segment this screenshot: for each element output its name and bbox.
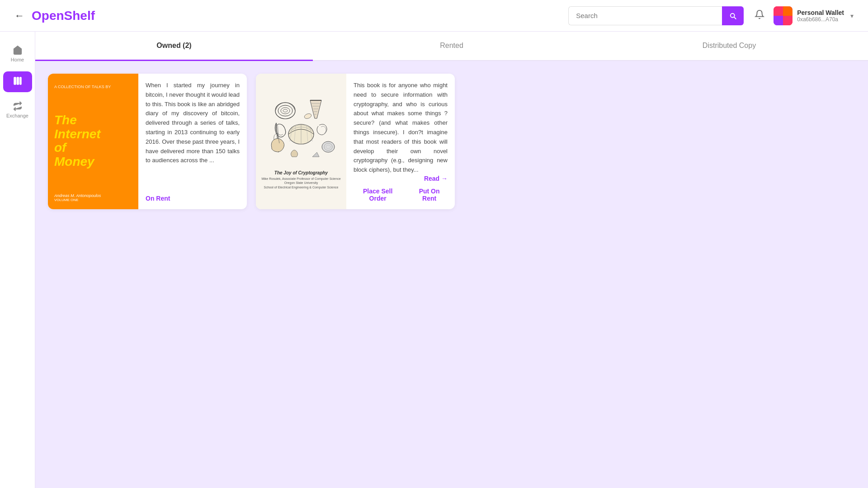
place-sell-order-button[interactable]: Place Sell Order xyxy=(354,188,402,202)
book-cover-2: The Joy of Cryptography Mike Rosulek, As… xyxy=(256,74,346,209)
tab-distributed[interactable]: Distributed Copy xyxy=(590,32,868,61)
sidebar-item-home-label: Home xyxy=(11,57,24,62)
tab-owned[interactable]: Owned (2) xyxy=(35,32,313,61)
book-info-1: When I started my journey in bitcoin, I … xyxy=(138,74,247,209)
wallet-area[interactable]: Personal Wallet 0xa6b686...A70a ▾ xyxy=(774,6,854,25)
book-card-1: A COLLECTION OF TALKS BY The Internet of… xyxy=(48,74,247,209)
library-icon xyxy=(13,76,23,86)
search-input[interactable] xyxy=(568,6,722,25)
sidebar-item-exchange-label: Exchange xyxy=(6,113,28,118)
sidebar-item-exchange[interactable]: Exchange xyxy=(3,97,32,123)
search-icon xyxy=(729,12,737,20)
sidebar-item-library[interactable] xyxy=(3,71,32,92)
tab-rented[interactable]: Rented xyxy=(313,32,590,61)
book-card-2: The Joy of Cryptography Mike Rosulek, As… xyxy=(256,74,455,209)
books-container: A COLLECTION OF TALKS BY The Internet of… xyxy=(35,61,868,222)
wallet-avatar xyxy=(774,6,793,25)
search-container xyxy=(568,6,744,25)
book-description-1: When I started my journey in bitcoin, I … xyxy=(146,81,240,165)
svg-rect-0 xyxy=(14,77,16,85)
book-cover-title-2: The Joy of Cryptography xyxy=(261,170,341,175)
svg-point-19 xyxy=(322,141,335,152)
book-author-area-1: Andreas M. Antonopoulos VOLUME ONE xyxy=(54,193,132,202)
book-subtitle-1: A COLLECTION OF TALKS BY xyxy=(54,81,132,89)
seashells-illustration xyxy=(265,94,337,166)
sidebar-item-home[interactable]: Home xyxy=(3,41,32,67)
book-description-2: This book is for anyone who might need t… xyxy=(354,81,448,175)
logo: OpenShelf xyxy=(32,9,95,23)
book-volume-1: VOLUME ONE xyxy=(54,198,132,202)
bell-icon xyxy=(755,9,764,19)
sidebar: Home Exchange xyxy=(0,32,35,488)
search-button[interactable] xyxy=(722,6,744,25)
notification-button[interactable] xyxy=(755,9,764,22)
book-collection-label: A COLLECTION OF TALKS BY xyxy=(54,84,132,89)
home-icon xyxy=(13,45,23,55)
chevron-down-icon: ▾ xyxy=(850,12,854,19)
book-status-1: On Rent xyxy=(146,195,240,202)
tabs-bar: Owned (2) Rented Distributed Copy xyxy=(35,32,868,61)
back-button[interactable]: ← xyxy=(14,10,24,22)
book-cover-2-content: The Joy of Cryptography Mike Rosulek, As… xyxy=(261,94,341,189)
header: ← OpenShelf Personal Wallet 0xa6b686...A… xyxy=(0,0,868,32)
wallet-info: Personal Wallet 0xa6b686...A70a xyxy=(797,9,844,23)
book-info-2: This book is for anyone who might need t… xyxy=(346,74,455,209)
wallet-name: Personal Wallet xyxy=(797,9,844,16)
read-link-2[interactable]: Read → xyxy=(424,175,448,182)
book-actions-2: Place Sell Order Put On Rent xyxy=(354,188,448,202)
main-content: Owned (2) Rented Distributed Copy A COLL… xyxy=(35,32,868,488)
book-cover-subtitle-2: Mike Rosulek, Associate Professor of Com… xyxy=(261,177,341,189)
svg-rect-2 xyxy=(19,77,21,85)
book-title-1: The Internet of Money xyxy=(54,113,132,169)
book-cover-1: A COLLECTION OF TALKS BY The Internet of… xyxy=(48,74,138,209)
svg-rect-1 xyxy=(17,77,19,85)
put-on-rent-button[interactable]: Put On Rent xyxy=(411,188,448,202)
wallet-address: 0xa6b686...A70a xyxy=(797,16,844,23)
exchange-icon xyxy=(13,101,23,111)
book-author-1: Andreas M. Antonopoulos xyxy=(54,193,132,198)
